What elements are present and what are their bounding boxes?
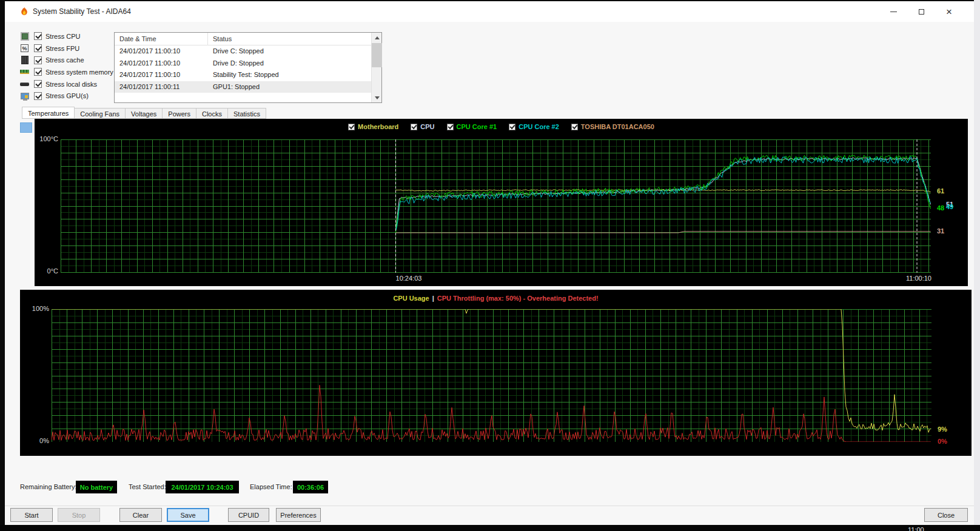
scroll-down-arrow[interactable] [372, 93, 382, 102]
table-scrollbar[interactable] [371, 33, 381, 102]
tab-statistics[interactable]: Statistics [228, 108, 266, 119]
minimize-button[interactable] [879, 1, 907, 22]
stress-option-fpu: % Stress FPU [20, 42, 113, 55]
close-window-button[interactable]: × [935, 1, 963, 22]
status-row: Remaining Battery: No battery Test Start… [5, 480, 974, 495]
window-title: System Stability Test - AIDA64 [33, 7, 131, 16]
table-row[interactable]: 24/01/2017 11:00:10 Stability Test: Stop… [115, 69, 381, 81]
tab-cooling-fans[interactable]: Cooling Fans [75, 108, 126, 119]
legend-checkbox-cpu-core-1[interactable] [447, 124, 454, 130]
test-started-value: 24/01/2017 10:24:03 [166, 481, 239, 493]
tab-temperatures[interactable]: Temperatures [22, 107, 75, 119]
stress-option-disks: Stress local disks [20, 78, 113, 90]
stress-cpu-checkbox[interactable] [34, 32, 42, 40]
restore-icon [919, 9, 924, 15]
legend-item-cpu: CPU [411, 123, 434, 130]
temp-y-min-label: 0°C [35, 267, 58, 275]
series-end-value: 48 [937, 204, 944, 212]
stress-option-gpu: Stress GPU(s) [20, 90, 113, 102]
window-controls: × [879, 1, 963, 22]
column-header-status[interactable]: Status [208, 33, 381, 45]
stress-disks-label: Stress local disks [45, 81, 97, 88]
close-button[interactable]: Close [924, 508, 968, 522]
titlebar: System Stability Test - AIDA64 × [5, 1, 974, 22]
memory-icon [20, 67, 29, 76]
app-flame-icon [19, 7, 29, 16]
cpu-icon [20, 32, 29, 41]
chart-vertical-scrollbar-thumb[interactable] [20, 122, 32, 133]
legend-label: Motherboard [358, 123, 398, 130]
cpuid-button[interactable]: CPUID [228, 508, 269, 522]
elapsed-time-label: Elapsed Time: [250, 483, 292, 490]
close-icon: × [946, 7, 952, 17]
test-started-label: Test Started: [129, 483, 166, 490]
series-cpu-throttling [52, 385, 931, 442]
scrollbar-thumb[interactable] [372, 43, 382, 67]
cell-datetime: 24/01/2017 11:00:11 [115, 81, 208, 93]
table-row-selected[interactable]: 24/01/2017 11:00:11 GPU1: Stopped [115, 81, 381, 93]
fpu-icon: % [20, 44, 29, 53]
table-row[interactable]: 24/01/2017 11:00:10 Drive C: Stopped [115, 45, 381, 58]
column-header-datetime[interactable]: Date & Time [115, 33, 208, 45]
temp-x-start-label: 10:24:03 [378, 275, 439, 282]
taskbar: 11:00 [0, 525, 980, 531]
scroll-up-arrow[interactable] [372, 33, 382, 42]
disk-icon [20, 79, 29, 88]
temperature-legend: Motherboard CPU CPU Core #1 CPU Core #2 … [35, 123, 968, 130]
start-button[interactable]: Start [10, 508, 53, 522]
stress-cache-checkbox[interactable] [34, 56, 42, 64]
cpu-usage-chart-panel: CPU Usage|CPU Throttling (max: 50%) - Ov… [20, 290, 972, 456]
legend-checkbox-cpu[interactable] [411, 124, 417, 130]
temp-x-end-label: 11:00:10 [888, 275, 949, 282]
cell-status: GPU1: Stopped [208, 81, 381, 93]
legend-checkbox-motherboard[interactable] [348, 124, 355, 130]
legend-item-cpu-core-2: CPU Core #2 [509, 123, 559, 130]
legend-item-cpu-core-1: CPU Core #1 [447, 123, 497, 130]
stress-memory-checkbox[interactable] [34, 68, 42, 76]
stress-gpu-checkbox[interactable] [34, 92, 42, 100]
stress-disks-checkbox[interactable] [34, 80, 42, 88]
preferences-button[interactable]: Preferences [276, 508, 321, 522]
stress-cpu-label: Stress CPU [45, 33, 80, 40]
series-cpu-core-2 [396, 157, 931, 231]
legend-checkbox-toshiba[interactable] [571, 124, 578, 130]
cpu-throttling-warning: CPU Throttling (max: 50%) - Overheating … [437, 295, 599, 302]
tabstrip: Temperatures Cooling Fans Voltages Power… [22, 107, 266, 119]
save-button[interactable]: Save [167, 508, 209, 522]
stress-gpu-label: Stress GPU(s) [45, 92, 89, 99]
battery-label: Remaining Battery: [20, 483, 77, 490]
cell-status: Drive D: Stopped [208, 58, 381, 70]
legend-label: CPU [420, 123, 434, 130]
cell-datetime: 24/01/2017 11:00:10 [115, 69, 208, 81]
stress-fpu-checkbox[interactable] [34, 44, 42, 52]
cell-status: Drive C: Stopped [208, 45, 381, 58]
cpu-usage-title: CPU Usage [393, 295, 429, 302]
buttonbar-divider [5, 506, 974, 506]
clear-button[interactable]: Clear [119, 508, 162, 522]
tab-clocks[interactable]: Clocks [196, 108, 228, 119]
temperature-chart-plot [61, 139, 931, 273]
cell-datetime: 24/01/2017 11:00:10 [115, 58, 208, 70]
legend-label: CPU Core #2 [519, 123, 559, 130]
usage-y-min-label: 0% [20, 437, 49, 444]
tab-voltages[interactable]: Voltages [126, 108, 163, 119]
legend-label: TOSHIBA DT01ACA050 [581, 123, 654, 130]
usage-y-max-label: 100% [20, 305, 49, 312]
legend-checkbox-cpu-core-2[interactable] [509, 124, 515, 130]
title-separator: | [429, 295, 437, 302]
stop-button[interactable]: Stop [58, 508, 100, 522]
legend-item-motherboard: Motherboard [348, 123, 398, 130]
restore-button[interactable] [907, 1, 935, 22]
table-row[interactable]: 24/01/2017 11:00:10 Drive D: Stopped [115, 58, 381, 70]
stress-memory-label: Stress system memory [45, 68, 113, 76]
legend-item-toshiba: TOSHIBA DT01ACA050 [571, 123, 654, 130]
minimize-icon [890, 12, 897, 12]
stress-cache-label: Stress cache [45, 56, 84, 64]
temperature-chart-panel: Motherboard CPU CPU Core #1 CPU Core #2 … [35, 119, 968, 286]
tab-powers[interactable]: Powers [163, 108, 196, 119]
elapsed-time-value: 00:36:06 [293, 481, 328, 493]
cpu-usage-chart-plot [52, 309, 931, 442]
series-end-value: 49 [946, 203, 953, 210]
series-end-value: 9% [938, 426, 947, 433]
series-end-value: 31 [937, 227, 944, 235]
